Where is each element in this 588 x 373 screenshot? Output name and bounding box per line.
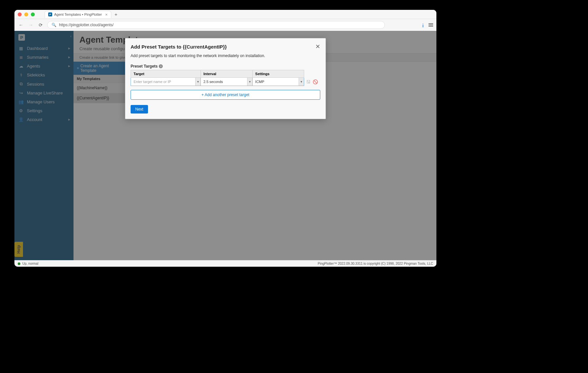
tab-favicon-icon: P: [48, 12, 52, 16]
add-preset-target-button[interactable]: + Add another preset target: [131, 90, 320, 100]
hamburger-menu-icon[interactable]: [429, 23, 433, 27]
window-minimize-button[interactable]: [24, 12, 28, 16]
column-target: Target: [131, 70, 201, 78]
info-icon[interactable]: i: [159, 64, 163, 68]
modal-description: Add preset targets to start monitoring t…: [131, 53, 320, 58]
tabstrip: P Agent Templates • PingPlotter × +: [45, 10, 117, 19]
browser-toolbar: ← → ⟳ 🔍 https://pingplotter.cloud/agents…: [14, 19, 436, 31]
preset-targets-table: Target Interval Settings: [131, 70, 320, 86]
chevron-down-icon[interactable]: ▼: [247, 78, 252, 86]
search-icon: 🔍: [52, 23, 56, 27]
traffic-lights: [18, 12, 35, 16]
new-tab-button[interactable]: +: [115, 11, 117, 17]
app-root: P ‹ ▦Dashboard▶≣Summaries▶☁Agents▶⚕Sidek…: [14, 31, 436, 267]
preset-label-text: Preset Targets: [131, 64, 158, 69]
tab-close-icon[interactable]: ×: [105, 12, 108, 17]
target-combobox[interactable]: ▼: [131, 78, 200, 86]
delete-row-icon[interactable]: 🚫: [313, 79, 318, 84]
back-button[interactable]: ←: [18, 22, 24, 28]
chevron-down-icon[interactable]: ▼: [195, 78, 200, 86]
status-text: Up, normal: [22, 262, 38, 265]
browser-window: P Agent Templates • PingPlotter × + ← → …: [14, 10, 436, 267]
plus-icon: +: [201, 93, 204, 97]
chevron-down-icon[interactable]: ▼: [299, 78, 304, 86]
save-row-icon[interactable]: 🖫: [306, 79, 310, 84]
modal-body: Add preset targets to start monitoring t…: [125, 53, 326, 119]
interval-combobox[interactable]: 2.5 seconds ▼: [201, 78, 252, 86]
footer-copyright: PingPlotter™ 2022.09.30.3311 is copyrigh…: [318, 262, 433, 265]
toolbar-right: ⭳: [421, 23, 433, 28]
browser-tab[interactable]: P Agent Templates • PingPlotter ×: [45, 11, 111, 18]
modal-overlay: Add Preset Targets to {{CurrentAgentIP}}…: [14, 31, 436, 267]
window-close-button[interactable]: [18, 12, 22, 16]
modal-title: Add Preset Targets to {{CurrentAgentIP}}: [131, 44, 227, 50]
preset-targets-label: Preset Targets i: [131, 64, 320, 69]
tab-title: Agent Templates • PingPlotter: [54, 12, 102, 16]
reload-button[interactable]: ⟳: [37, 22, 44, 28]
address-bar[interactable]: 🔍 https://pingplotter.cloud/agents/: [47, 21, 385, 29]
modal-close-button[interactable]: ✕: [315, 43, 320, 50]
column-settings: Settings: [252, 70, 304, 78]
column-interval: Interval: [200, 70, 252, 78]
modal-header: Add Preset Targets to {{CurrentAgentIP}}…: [125, 38, 326, 53]
preset-target-row: ▼ 2.5 seconds ▼: [131, 78, 320, 86]
url-text: https://pingplotter.cloud/agents/: [59, 23, 114, 27]
downloads-icon[interactable]: ⭳: [421, 23, 425, 28]
status-dot-icon: [18, 262, 20, 265]
target-input[interactable]: [131, 78, 195, 86]
settings-combobox[interactable]: ICMP ▼: [253, 78, 304, 86]
window-zoom-button[interactable]: [31, 12, 35, 16]
interval-value: 2.5 seconds: [201, 78, 247, 86]
preset-targets-modal: Add Preset Targets to {{CurrentAgentIP}}…: [125, 38, 326, 119]
next-button[interactable]: Next: [131, 105, 148, 114]
forward-button[interactable]: →: [28, 22, 34, 28]
add-button-label: Add another preset target: [205, 93, 249, 97]
titlebar: P Agent Templates • PingPlotter × +: [14, 10, 436, 19]
status-bar: Up, normal PingPlotter™ 2022.09.30.3311 …: [14, 260, 436, 267]
settings-value: ICMP: [253, 78, 299, 86]
